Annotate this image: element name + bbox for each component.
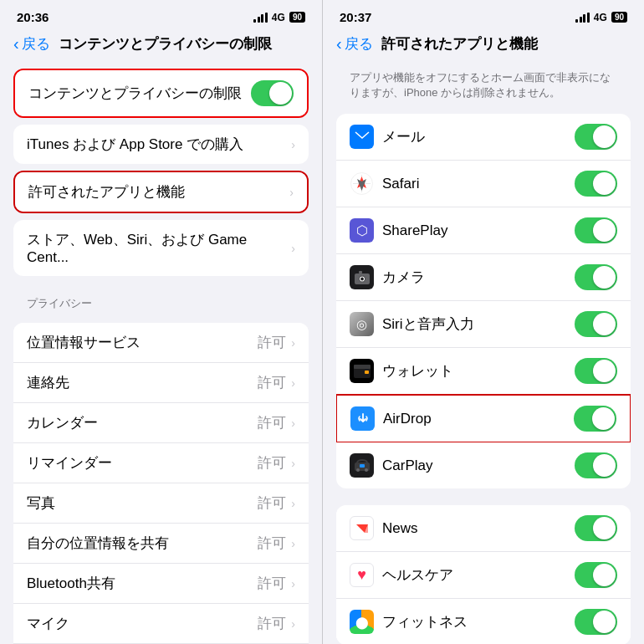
photos-value: 許可 [258,493,286,513]
siri-label: Siriと音声入力 [382,314,474,334]
health-toggle[interactable] [575,562,617,588]
calendar-row[interactable]: カレンダー 許可 › [13,403,309,443]
photos-label: 写真 [27,493,55,513]
airdrop-row[interactable]: AirDrop [337,396,630,442]
store-row[interactable]: ストア、Web、Siri、および Game Cent... › [13,220,309,276]
health-icon: ♥ [350,563,374,587]
microphone-row[interactable]: マイク 許可 › [13,604,309,644]
content-privacy-toggle-highlight: コンテンツとプライバシーの制限 [13,69,309,118]
panel-left: 20:36 4G 90 ‹ 戻る コンテンツとプライバシーの制限 コンテンツとプ… [0,0,322,644]
nav-bar-right: ‹ 戻る 許可されたアプリと機能 [323,29,644,62]
reminders-label: リマインダー [27,453,112,473]
mail-toggle[interactable] [575,124,617,150]
carplay-icon [350,453,374,478]
safari-row[interactable]: Safari [336,161,631,207]
safari-toggle[interactable] [575,171,617,197]
back-button-left[interactable]: ‹ 戻る [13,34,50,54]
svg-rect-18 [360,464,365,468]
photos-row[interactable]: 写真 許可 › [13,483,309,524]
share-location-value: 許可 [258,534,286,553]
news-row[interactable]: News [336,505,631,552]
reminders-row[interactable]: リマインダー 許可 › [13,443,309,483]
back-label-left: 戻る [22,34,50,54]
allowed-apps-row[interactable]: 許可されたアプリと機能 › [15,172,307,212]
siri-toggle[interactable] [575,311,617,337]
bluetooth-value: 許可 [258,574,286,593]
airdrop-icon [350,406,375,431]
microphone-label: マイク [27,614,69,633]
share-location-row[interactable]: 自分の位置情報を共有 許可 › [13,524,309,564]
airdrop-toggle[interactable] [574,406,616,432]
description-text: アプリや機能をオフにするとホーム画面で非表示になりますが、iPhone からは削… [323,62,644,114]
microphone-value: 許可 [258,614,286,633]
calendar-right: 許可 › [258,413,295,432]
fitness-icon: ⬤ [350,610,374,634]
status-time-left: 20:36 [17,10,49,24]
bluetooth-label: Bluetooth共有 [27,574,115,593]
carplay-label: CarPlay [382,457,432,474]
status-time-right: 20:37 [340,10,371,24]
nav-bar-left: ‹ 戻る コンテンツとプライバシーの制限 [0,29,322,62]
itunes-label: iTunes および App Store での購入 [27,135,243,154]
share-location-right: 許可 › [258,534,295,553]
news-toggle[interactable] [575,515,617,541]
microphone-right: 許可 › [258,614,295,633]
bluetooth-row[interactable]: Bluetooth共有 許可 › [13,564,309,604]
siri-row[interactable]: ◎ Siriと音声入力 [336,301,631,348]
safari-left: Safari [350,171,575,196]
network-type-right: 4G [594,12,607,23]
store-label: ストア、Web、Siri、および Game Cent... [27,230,291,266]
nav-title-left: コンテンツとプライバシーの制限 [59,34,272,54]
health-label: ヘルスケア [382,565,453,585]
content-right: メール Safari ⬡ Sh [323,114,644,644]
news-label: News [382,520,418,537]
siri-icon: ◎ [350,312,374,336]
safari-label: Safari [382,176,419,192]
shareplay-icon: ⬡ [350,218,374,243]
fitness-row[interactable]: ⬤ フィットネス [336,599,631,644]
fitness-toggle[interactable] [575,609,617,635]
fitness-label: フィットネス [382,612,468,631]
camera-icon [350,265,374,289]
calendar-value: 許可 [258,413,286,432]
itunes-chevron: › [291,138,295,151]
wallet-left: ウォレット [350,359,575,383]
health-row[interactable]: ♥ ヘルスケア [336,552,631,599]
camera-label: カメラ [382,268,425,287]
content-privacy-toggle[interactable] [251,80,294,106]
location-right: 許可 › [258,333,295,352]
carplay-row[interactable]: CarPlay [336,442,631,488]
fitness-left: ⬤ フィットネス [350,610,575,634]
status-icons-left: 4G 90 [253,12,305,23]
section2: News ♥ ヘルスケア ⬤ フ [336,505,631,644]
store-right: › [291,242,295,255]
allowed-apps-highlight: 許可されたアプリと機能 › [13,171,309,213]
share-location-label: 自分の位置情報を共有 [27,534,169,553]
itunes-section: iTunes および App Store での購入 › [13,125,309,164]
privacy-section-label: プライバシー [0,283,322,316]
contacts-right: 許可 › [258,373,295,392]
camera-row[interactable]: カメラ [336,254,631,301]
carplay-toggle[interactable] [575,452,617,478]
calendar-label: カレンダー [27,413,98,432]
content-privacy-toggle-row[interactable]: コンテンツとプライバシーの制限 [15,70,307,116]
mail-row[interactable]: メール [336,114,631,161]
wallet-toggle[interactable] [575,358,617,384]
shareplay-toggle[interactable] [575,217,617,243]
location-row[interactable]: 位置情報サービス 許可 › [13,323,309,363]
mail-icon [350,125,374,149]
back-button-right[interactable]: ‹ 戻る [336,34,373,54]
camera-toggle[interactable] [575,264,617,290]
contacts-row[interactable]: 連絡先 許可 › [13,363,309,403]
shareplay-row[interactable]: ⬡ SharePlay [336,207,631,254]
itunes-row[interactable]: iTunes および App Store での購入 › [13,125,309,164]
status-bar-left: 20:36 4G 90 [0,0,322,29]
content-left: コンテンツとプライバシーの制限 iTunes および App Store での購… [0,62,322,644]
svg-point-16 [356,468,360,472]
battery-left: 90 [289,12,305,23]
airdrop-left: AirDrop [350,406,574,431]
svg-rect-13 [365,371,369,374]
status-icons-right: 4G 90 [575,12,627,23]
panel-right: 20:37 4G 90 ‹ 戻る 許可されたアプリと機能 アプリや機能をオフにす… [322,0,644,644]
wallet-row[interactable]: ウォレット [336,348,631,395]
